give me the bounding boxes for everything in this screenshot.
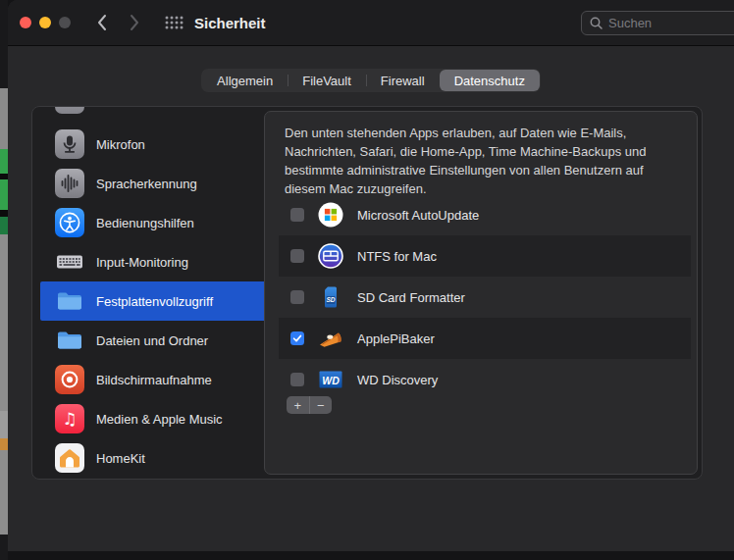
tab-filevault[interactable]: FileVault: [288, 70, 366, 91]
tab-label: Firewall: [381, 74, 425, 88]
sidebar-item-label: Spracherkennung: [96, 177, 197, 191]
traffic-lights: [8, 17, 84, 28]
add-app-button[interactable]: +: [287, 396, 310, 414]
remove-app-button[interactable]: −: [310, 396, 333, 414]
applepibaker-icon: [318, 326, 343, 351]
sidebar-item-label: Input-Monitoring: [96, 255, 188, 270]
speech-recognition-icon: [55, 169, 84, 198]
sidebar-item-bedienungshilfen[interactable]: Bedienungshilfen: [40, 203, 268, 242]
tab-firewall[interactable]: Firewall: [366, 70, 440, 91]
tab-bar: AllgemeinFileVaultFirewallDatenschutz: [8, 69, 734, 92]
sidebar-item-dateien-und-ordner[interactable]: Dateien und Ordner: [40, 321, 268, 360]
app-row[interactable]: WD WD Discovery: [279, 359, 691, 396]
app-checkbox[interactable]: [290, 331, 304, 345]
forward-button-disabled: [118, 10, 151, 35]
app-checkbox[interactable]: [290, 208, 304, 222]
ntfs-for-mac-icon: [318, 243, 343, 269]
tab-label: FileVault: [302, 74, 351, 88]
content-box: Mikrofon Spracherkennung Bedienungshilfe…: [31, 106, 703, 480]
sidebar-item-label: Medien & Apple Music: [96, 412, 223, 427]
homekit-icon: [55, 443, 84, 473]
scrolled-category-icon-partial: [55, 107, 84, 114]
app-row[interactable]: NTFS for Mac: [279, 235, 691, 277]
app-name: SD Card Formatter: [357, 290, 465, 305]
svg-text:SD: SD: [326, 296, 335, 303]
microsoft-autoupdate-icon: [318, 202, 343, 228]
sidebar-item-input-monitoring[interactable]: Input-Monitoring: [40, 242, 268, 281]
app-name: NTFS for Mac: [357, 249, 437, 264]
microphone-icon: [55, 129, 84, 159]
tab-allgemein[interactable]: Allgemein: [202, 70, 288, 91]
app-checkbox[interactable]: [290, 373, 304, 386]
chevron-right-icon: [130, 14, 140, 31]
footer: Zum Schützen auf das Schloss klicken. We…: [8, 480, 734, 551]
screen-recording-icon: [55, 365, 84, 394]
panel-description: Den unten stehenden Apps erlauben, auf D…: [265, 112, 697, 198]
privacy-category-sidebar: Mikrofon Spracherkennung Bedienungshilfe…: [32, 107, 268, 479]
accessibility-icon: [55, 208, 84, 237]
zoom-button-disabled: [59, 17, 71, 28]
tab-label: Datenschutz: [454, 74, 525, 88]
desktop-edge: [0, 0, 8, 560]
sidebar-item-label: Bedienungshilfen: [96, 216, 194, 230]
sidebar-item-medien-apple-music[interactable]: ♫ Medien & Apple Music: [40, 399, 268, 438]
files-and-folders-icon: [55, 326, 84, 355]
full-disk-access-icon: [55, 286, 84, 316]
svg-text:WD: WD: [322, 375, 340, 386]
sidebar-item-bildschirmaufnahme[interactable]: Bildschirmaufnahme: [40, 360, 268, 399]
show-all-button[interactable]: [159, 10, 188, 35]
input-monitoring-icon: [55, 247, 84, 277]
app-name: Microsoft AutoUpdate: [357, 208, 479, 223]
wd-discovery-icon: WD: [318, 367, 343, 392]
close-button[interactable]: [20, 17, 31, 28]
list-edit-buttons: + −: [287, 396, 332, 414]
tab-datenschutz[interactable]: Datenschutz: [440, 70, 540, 91]
app-checkbox[interactable]: [290, 290, 304, 304]
security-preferences-window: Sicherheit AllgemeinFileVaultFirewallDat…: [8, 0, 734, 551]
checkmark-icon: [291, 332, 303, 344]
back-button[interactable]: [84, 10, 118, 35]
app-permission-list: Microsoft AutoUpdate NTFS for Mac SD SD …: [279, 200, 691, 396]
minimize-button[interactable]: [39, 17, 51, 28]
search-input[interactable]: [608, 16, 716, 30]
sidebar-item-label: HomeKit: [96, 451, 145, 466]
chevron-left-icon: [96, 14, 107, 31]
privacy-detail-panel: Den unten stehenden Apps erlauben, auf D…: [264, 111, 698, 475]
sidebar-item-label: Festplattenvollzugriff: [96, 294, 213, 309]
sidebar-item-festplattenvollzugriff[interactable]: Festplattenvollzugriff: [40, 281, 268, 321]
sidebar-item-spracherkennung[interactable]: Spracherkennung: [40, 164, 268, 203]
app-name: WD Discovery: [357, 373, 438, 387]
sidebar-item-label: Bildschirmaufnahme: [96, 373, 212, 387]
titlebar: Sicherheit: [8, 0, 734, 46]
app-row[interactable]: Microsoft AutoUpdate: [279, 200, 691, 235]
app-checkbox[interactable]: [290, 249, 304, 263]
app-name: ApplePiBaker: [357, 331, 435, 346]
sidebar-item-label: Mikrofon: [96, 137, 145, 152]
sidebar-item-mikrofon[interactable]: Mikrofon: [40, 125, 268, 164]
app-row[interactable]: SD SD Card Formatter: [279, 277, 691, 318]
grid-icon: [164, 15, 184, 30]
sidebar-item-label: Dateien und Ordner: [96, 333, 208, 348]
media-apple-music-icon: ♫: [55, 404, 84, 433]
window-title: Sicherheit: [194, 15, 266, 31]
sd-card-formatter-icon: SD: [318, 284, 343, 310]
tab-label: Allgemein: [217, 74, 273, 88]
app-row[interactable]: ApplePiBaker: [279, 318, 691, 359]
search-icon: [590, 17, 603, 29]
sidebar-item-homekit[interactable]: HomeKit: [40, 438, 268, 478]
search-field[interactable]: [581, 11, 734, 35]
